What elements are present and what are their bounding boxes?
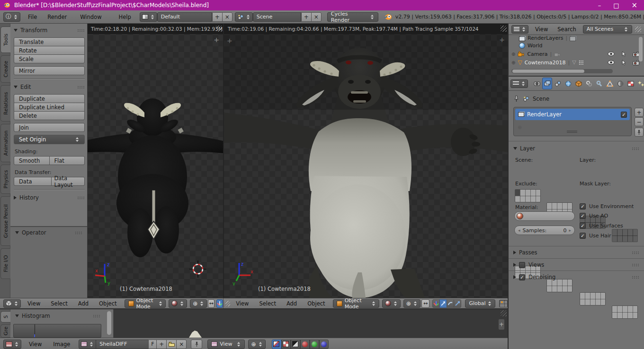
panel-grip-icon[interactable] [75, 231, 82, 235]
use-surfaces-row[interactable]: ✓ Use Surfaces [580, 223, 623, 229]
editor-type-button-properties[interactable] [510, 79, 528, 88]
duplicate-button[interactable]: Duplicate [14, 94, 85, 103]
object-menu[interactable]: Object [98, 300, 117, 307]
delete-button[interactable]: Delete [14, 111, 85, 120]
region-expand-button[interactable]: + [498, 319, 505, 330]
render-engine-select[interactable]: Cycles Render [327, 12, 378, 22]
add-menu[interactable]: Add [77, 300, 89, 307]
grease-pencil-tab[interactable]: Gre [0, 324, 10, 338]
renderability-camera-icon[interactable] [633, 60, 639, 65]
views-checkbox[interactable] [519, 262, 525, 268]
panel-grip-icon[interactable] [632, 263, 639, 267]
selectability-cursor-icon[interactable] [621, 51, 626, 57]
new-image-button[interactable]: + [156, 340, 167, 349]
editor-type-button-image[interactable] [3, 340, 21, 349]
area-corner-grip-icon[interactable] [635, 26, 641, 32]
set-origin-dropdown[interactable]: Set Origin [14, 135, 85, 144]
manipulator-toggle-button[interactable]: ↔ [421, 299, 430, 308]
tab-render[interactable] [532, 78, 542, 89]
select-menu[interactable]: Select [50, 300, 68, 307]
outliner-row-camera[interactable]: ⊕ Camera | [509, 50, 644, 58]
stepper-left-icon[interactable]: ◂ [518, 228, 520, 233]
display-view-select[interactable]: View [207, 340, 245, 349]
transform-orientation-select[interactable]: Global [465, 299, 495, 308]
denoising-checkbox[interactable]: ✓ [519, 274, 525, 280]
panel-grip-icon[interactable] [77, 86, 85, 89]
outliner-row-cowtenma2018[interactable]: ⊕ ▽ Cowtenma2018 | ▽ [509, 58, 644, 67]
list-resize-grip-icon[interactable] [567, 131, 577, 133]
image-name-field[interactable]: SheilaDIFF [96, 340, 149, 349]
image-browse-button[interactable] [79, 340, 96, 349]
panel-grip-icon[interactable] [77, 196, 85, 200]
panel-grip-icon[interactable] [632, 276, 639, 279]
selectability-cursor-icon[interactable] [621, 60, 626, 66]
scopes-tab[interactable]: S [0, 311, 10, 323]
tab-render-layers[interactable] [542, 78, 552, 89]
panel-grip-icon[interactable] [93, 314, 100, 318]
panel-header-denoising[interactable]: ✓ Denoising [513, 272, 639, 282]
use-ao-row[interactable]: ✓ Use AO [580, 213, 608, 219]
editor-type-button-info[interactable]: ⓘ [3, 12, 20, 22]
render-layer-item[interactable]: RenderLayer ✓ [515, 109, 630, 120]
panel-header-operator[interactable]: Operator [10, 227, 87, 236]
panel-header-histogram[interactable]: Histogram [15, 311, 100, 321]
viewport-shading-select[interactable] [382, 299, 401, 308]
panel-grip-icon[interactable] [77, 29, 85, 32]
use-hair-checkbox[interactable]: ✓ [580, 233, 586, 239]
pivot-point-select[interactable]: ⊕ [190, 299, 207, 308]
panel-header-layer[interactable]: Layer [513, 144, 639, 153]
tab-world[interactable] [563, 78, 573, 89]
shelf-tab-animation[interactable]: Animation [0, 124, 10, 162]
shelf-tab-tools[interactable]: Tools [0, 26, 10, 53]
layer-layers-grid-2[interactable] [612, 229, 638, 242]
panel-grip-icon[interactable] [632, 147, 639, 150]
outliner-row-renderlayers[interactable]: RenderLayers | [509, 35, 644, 41]
shelf-tab-relations[interactable]: Relations [0, 85, 10, 122]
visibility-eye-icon[interactable] [608, 60, 615, 65]
tab-particles[interactable] [636, 78, 644, 89]
fake-user-button[interactable]: F [148, 340, 157, 349]
layer-pin-button[interactable] [635, 128, 644, 137]
outliner-vscrollbar[interactable] [639, 37, 643, 61]
layout-add-button[interactable]: + [212, 12, 223, 22]
image-image-menu[interactable]: Image [52, 341, 71, 348]
object-menu[interactable]: Object [306, 300, 326, 307]
panel-header-passes[interactable]: Passes [513, 248, 639, 257]
shelf-tab-grease-pencil[interactable]: Grease Pencil [0, 196, 10, 246]
material-override-field[interactable] [514, 211, 575, 221]
join-button[interactable]: Join [14, 123, 85, 132]
shelf-tab-create[interactable]: Create [0, 55, 10, 83]
view-menu[interactable]: View [27, 300, 41, 307]
scene-delete-button[interactable]: × [311, 12, 322, 22]
mirror-button[interactable]: Mirror [14, 66, 85, 75]
outliner-view-menu[interactable]: View [534, 26, 549, 33]
active-layer-cell[interactable] [515, 190, 520, 196]
add-menu[interactable]: Add [286, 300, 298, 307]
use-ao-checkbox[interactable]: ✓ [580, 213, 586, 219]
channel-blue-button[interactable] [319, 340, 329, 349]
shade-flat-button[interactable]: Flat [49, 156, 85, 165]
editor-type-button-outliner[interactable] [511, 25, 528, 34]
translate-button[interactable]: Translate [14, 37, 85, 46]
channel-red-button[interactable] [300, 340, 310, 349]
use-environment-checkbox[interactable]: ✓ [580, 203, 586, 209]
tab-texture[interactable] [626, 78, 635, 89]
scene-browse-button[interactable] [235, 12, 253, 22]
menu-render[interactable]: Render [46, 14, 68, 20]
mode-select[interactable]: Object Mode [125, 299, 166, 308]
scene-add-button[interactable]: + [301, 12, 312, 22]
pivot-point-select[interactable]: ⊕ [403, 299, 420, 308]
data-button[interactable]: Data [14, 177, 52, 186]
layout-browse-button[interactable] [140, 12, 157, 22]
tab-object[interactable] [573, 78, 583, 89]
tab-data[interactable] [605, 78, 615, 89]
outliner-filter-select[interactable]: All Scenes [583, 25, 632, 34]
rotate-button[interactable]: Rotate [14, 46, 85, 55]
layout-delete-button[interactable]: × [222, 12, 233, 22]
visibility-eye-icon[interactable] [608, 52, 615, 56]
area-corner-grip-icon[interactable] [225, 301, 230, 306]
pivot-select[interactable]: ⊕ [248, 340, 265, 349]
duplicate-linked-button[interactable]: Duplicate Linked [14, 103, 85, 112]
panel-header-edit[interactable]: Edit [14, 82, 85, 92]
layer-add-button[interactable]: + [635, 108, 644, 117]
